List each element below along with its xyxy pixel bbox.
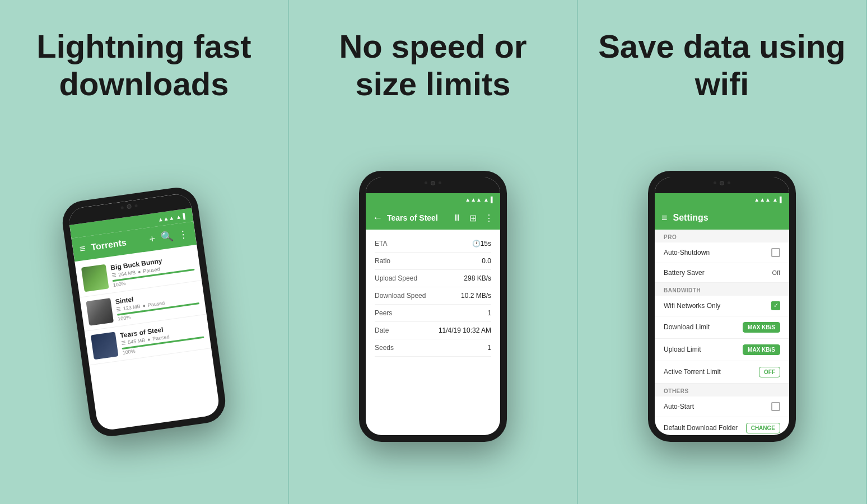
wifi-icon: ▲ (175, 213, 181, 220)
phone-3-screen: ▲▲▲ ▲ ▌ ≡ Settings PRO Auto-Shutdown (655, 178, 789, 435)
torrent-icon-1: ☰ (111, 272, 116, 278)
row-active-torrent: Active Torrent Limit OFF (655, 361, 789, 384)
torrent-size-2: 123 MB (123, 303, 141, 311)
torrent-info-3: Tears of Steel ☰ 545 MB ● Paused 100% (119, 320, 205, 355)
battery-icon-3: ▌ (780, 197, 784, 203)
torrent-dot-1: ● (137, 268, 141, 274)
label-active-torrent: Active Torrent Limit (664, 368, 721, 376)
cam2-dot-1 (425, 181, 427, 184)
section-others: OTHERS (655, 384, 789, 396)
cam2-dot-2 (431, 181, 435, 185)
btn-change-folder[interactable]: CHANGE (746, 423, 780, 433)
value-date: 11/4/19 10:32 AM (439, 326, 491, 334)
torrent-icon-3: ☰ (121, 339, 126, 346)
value-download: 10.2 MB/s (461, 292, 491, 300)
settings-content: PRO Auto-Shutdown Battery Saver Off BAND… (655, 230, 789, 435)
panel-2-title: No speed or size limits (306, 28, 560, 102)
btn-upload-limit[interactable]: MAX KB/S (743, 344, 780, 355)
phone-2-wrapper: ▲▲▲ ▲ ▌ ← Tears of Steel ⏸ ⊞ ⋮ ETA 🕐15s (306, 125, 560, 487)
grid-icon[interactable]: ⊞ (469, 213, 477, 223)
torrent-dot-3: ● (147, 336, 151, 342)
row-download-folder: Default Download Folder CHANGE (655, 417, 789, 435)
torrent-status-3: Paused (152, 333, 170, 341)
btn-active-torrent[interactable]: OFF (759, 367, 780, 377)
label-upload-limit: Upload Limit (664, 346, 701, 353)
detail-row-date: Date 11/4/19 10:32 AM (375, 322, 491, 339)
torrent-thumb-1 (81, 264, 109, 292)
settings-app-bar: ≡ Settings (655, 207, 789, 230)
search-icon[interactable]: 🔍 (160, 230, 174, 244)
cam3-dot-2 (720, 181, 724, 185)
label-date: Date (375, 326, 389, 334)
checkbox-wifi-only[interactable]: ✓ (771, 301, 780, 310)
camera-area-2 (425, 181, 441, 185)
label-eta: ETA (375, 240, 387, 248)
label-download: Download Speed (375, 292, 426, 300)
detail-row-upload: Upload Speed 298 KB/s (375, 270, 491, 287)
panel-2: No speed or size limits ▲▲▲ ▲ ▌ (289, 0, 578, 504)
value-upload: 298 KB/s (464, 274, 491, 282)
signal-icon-3: ▲▲▲ (754, 197, 771, 203)
row-auto-start: Auto-Start (655, 396, 789, 417)
phone-2-screen: ▲▲▲ ▲ ▌ ← Tears of Steel ⏸ ⊞ ⋮ ETA 🕐15s (366, 178, 500, 435)
torrent-status-1: Paused (143, 266, 161, 274)
pause-icon[interactable]: ⏸ (453, 213, 462, 223)
label-download-folder: Default Download Folder (664, 424, 738, 432)
checkbox-auto-shutdown[interactable] (771, 248, 780, 257)
label-ratio: Ratio (375, 257, 390, 265)
detail-content: ETA 🕐15s Ratio 0.0 Upload Speed 298 KB/s… (366, 230, 500, 362)
signal-icon: ▲▲▲ (157, 214, 175, 222)
cam3-dot-3 (728, 181, 730, 184)
status-icons-2: ▲▲▲ ▲ ▌ (465, 197, 495, 203)
phone-2-notch (366, 178, 500, 193)
value-battery-saver: Off (772, 269, 780, 276)
torrent-status-2: Paused (147, 300, 165, 307)
camera-area-1 (120, 203, 138, 209)
label-peers: Peers (375, 309, 392, 317)
menu-icon[interactable]: ≡ (79, 242, 86, 255)
detail-row-seeds: Seeds 1 (375, 339, 491, 357)
label-battery-saver: Battery Saver (664, 269, 705, 277)
camera-dot-2 (127, 204, 132, 209)
detail-row-peers: Peers 1 (375, 305, 491, 322)
panel-3-title: Save data using wifi (595, 28, 849, 102)
more-icon[interactable]: ⋮ (178, 227, 189, 241)
status-icons-1: ▲▲▲ ▲ ▌ (157, 212, 188, 222)
label-upload: Upload Speed (375, 274, 417, 282)
wifi-icon-2: ▲ (483, 197, 489, 203)
phone-1: ▲▲▲ ▲ ▌ ≡ Torrents + 🔍 ⋮ (60, 185, 229, 439)
value-seeds: 1 (487, 344, 491, 352)
row-wifi-only: Wifi Networks Only ✓ (655, 296, 789, 316)
btn-download-limit[interactable]: MAX KB/S (743, 322, 780, 333)
status-bar-3: ▲▲▲ ▲ ▌ (655, 193, 789, 207)
camera-dot-1 (120, 206, 124, 209)
label-download-limit: Download Limit (664, 323, 710, 331)
label-auto-start: Auto-Start (664, 403, 694, 410)
add-icon[interactable]: + (148, 232, 156, 245)
panel-3: Save data using wifi ▲▲▲ ▲ ▌ (578, 0, 867, 504)
torrent-info-2: Sintel ☰ 123 MB ● Paused 100% (115, 286, 201, 321)
torrent-size-3: 545 MB (128, 337, 146, 344)
label-auto-shutdown: Auto-Shutdown (664, 249, 710, 256)
torrent-size-1: 264 MB (118, 269, 136, 277)
panel-1: Lightning fast downloads ▲▲▲ ▲ ▌ (0, 0, 289, 504)
detail-row-download: Download Speed 10.2 MB/s (375, 287, 491, 305)
settings-menu-icon[interactable]: ≡ (661, 212, 668, 224)
row-auto-shutdown: Auto-Shutdown (655, 242, 789, 263)
checkbox-auto-start[interactable] (771, 402, 780, 411)
label-seeds: Seeds (375, 344, 394, 352)
cam2-dot-3 (439, 181, 441, 184)
row-download-limit: Download Limit MAX KB/S (655, 316, 789, 339)
torrent-icon-2: ☰ (116, 306, 121, 312)
more-icon-2[interactable]: ⋮ (484, 213, 493, 223)
panel-1-title: Lightning fast downloads (17, 28, 271, 102)
phone-3-notch (655, 178, 789, 193)
phone-1-screen: ▲▲▲ ▲ ▌ ≡ Torrents + 🔍 ⋮ (67, 192, 221, 431)
value-ratio: 0.0 (482, 257, 491, 265)
value-eta: 🕐15s (472, 240, 491, 248)
wifi-icon-3: ▲ (772, 197, 778, 203)
row-battery-saver: Battery Saver Off (655, 263, 789, 283)
section-bandwidth: BANDWIDTH (655, 283, 789, 296)
back-icon[interactable]: ← (372, 212, 383, 224)
value-peers: 1 (487, 309, 491, 317)
